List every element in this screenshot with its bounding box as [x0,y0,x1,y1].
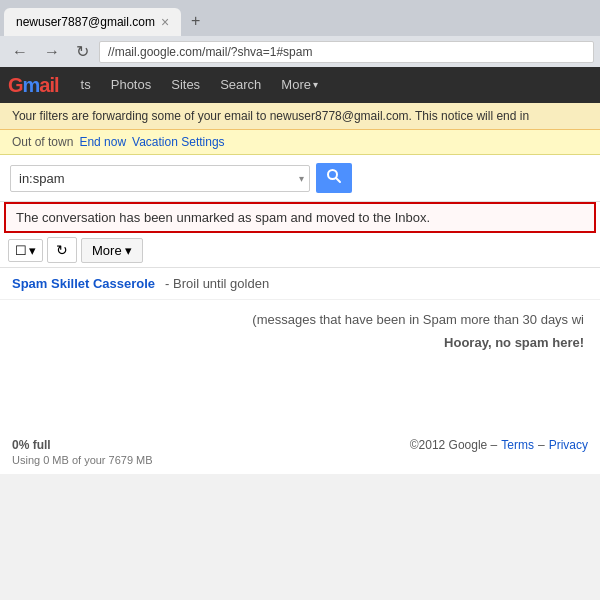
refresh-button[interactable]: ↻ [47,237,77,263]
more-dropdown-arrow: ▾ [125,243,132,258]
active-tab[interactable]: newuser7887@gmail.com × [4,8,181,36]
forward-button[interactable]: → [38,41,66,63]
no-spam-text: Hooray, no spam here! [0,331,600,362]
tab-bar: newuser7887@gmail.com × + [0,0,600,36]
filter-banner: Your filters are forwarding some of your… [0,103,600,130]
svg-line-1 [336,178,340,182]
footer-terms-link[interactable]: Terms [501,438,534,452]
browser-chrome: newuser7887@gmail.com × + ← → ↻ [0,0,600,67]
footer-copyright: ©2012 Google – [410,438,498,452]
footer: 0% full Using 0 MB of your 7679 MB ©2012… [0,422,600,474]
filter-banner-text: Your filters are forwarding some of your… [12,109,529,123]
tab-close-button[interactable]: × [161,14,169,30]
gmail-logo: Gmail [8,74,59,97]
search-icon [326,168,342,184]
vacation-banner: Out of town End now Vacation Settings [0,130,600,155]
email-sender: Spam Skillet Casserole [12,276,155,291]
footer-left: 0% full Using 0 MB of your 7679 MB [12,438,153,466]
topnav-item-ts[interactable]: ts [71,67,101,103]
topnav-item-more[interactable]: More ▾ [271,67,328,103]
tab-title: newuser7887@gmail.com [16,15,155,29]
toolbar-row: ☐ ▾ ↻ More ▾ [0,233,600,268]
notification-bar: The conversation has been unmarked as sp… [4,202,596,233]
topnav-item-sites[interactable]: Sites [161,67,210,103]
more-dropdown-arrow: ▾ [313,67,318,103]
refresh-button[interactable]: ↻ [70,40,95,63]
address-bar-row: ← → ↻ [0,36,600,67]
back-button[interactable]: ← [6,41,34,63]
footer-separator: – [538,438,545,452]
email-list: Spam Skillet Casserole - Broil until gol… [0,268,600,300]
storage-percent: 0% full [12,438,153,452]
topnav-item-search[interactable]: Search [210,67,271,103]
email-subject: - Broil until golden [165,276,269,291]
storage-used: Using 0 MB of your 7679 MB [12,454,153,466]
address-input[interactable] [99,41,594,63]
footer-right: ©2012 Google – Terms – Privacy [410,438,588,452]
checkbox-icon: ☐ [15,243,27,258]
search-row: ▾ [0,155,600,202]
topnav-item-photos[interactable]: Photos [101,67,161,103]
new-tab-button[interactable]: + [181,6,210,36]
topnav-items: ts Photos Sites Search More ▾ [71,67,328,103]
search-dropdown-arrow: ▾ [299,173,304,184]
vacation-settings-link[interactable]: Vacation Settings [132,135,225,149]
search-input-wrapper: ▾ [10,165,310,192]
spam-info-text: (messages that have been in Spam more th… [0,300,600,331]
more-button[interactable]: More ▾ [81,238,143,263]
search-button[interactable] [316,163,352,193]
search-input[interactable] [10,165,310,192]
main-content: ▾ The conversation has been unmarked as … [0,155,600,474]
end-now-link[interactable]: End now [79,135,126,149]
gmail-topnav: Gmail ts Photos Sites Search More ▾ [0,67,600,103]
checkbox-arrow: ▾ [29,243,36,258]
vacation-label: Out of town [12,135,73,149]
footer-privacy-link[interactable]: Privacy [549,438,588,452]
notification-text: The conversation has been unmarked as sp… [16,210,430,225]
email-item[interactable]: Spam Skillet Casserole - Broil until gol… [0,268,600,300]
more-label: More [92,243,122,258]
refresh-icon: ↻ [56,242,68,258]
select-checkbox[interactable]: ☐ ▾ [8,239,43,262]
